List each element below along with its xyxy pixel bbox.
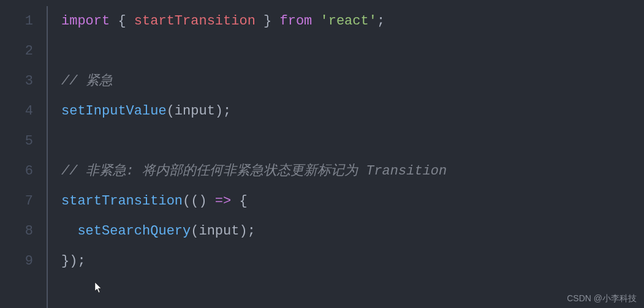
brace: { [110, 13, 134, 29]
semicolon: ; [377, 13, 385, 29]
brace: } [256, 13, 280, 29]
close-brace-paren: }) [61, 254, 77, 269]
line-number: 7 [0, 186, 33, 216]
line-number: 5 [0, 126, 33, 156]
paren: ( [183, 193, 191, 209]
paren: ( [191, 193, 199, 209]
function-call: startTransition [61, 193, 183, 209]
space [312, 13, 320, 29]
function-call: setInputValue [61, 103, 167, 119]
code-area[interactable]: import { startTransition } from 'react';… [48, 6, 644, 308]
code-line: // 紧急 [61, 66, 644, 96]
line-number: 9 [0, 246, 33, 276]
function-call: setSearchQuery [77, 223, 191, 239]
semicolon: ; [248, 223, 256, 239]
string: 'react' [320, 13, 377, 29]
code-line: startTransition(() => { [61, 186, 644, 216]
argument: input [175, 103, 215, 119]
comment: // 紧急 [61, 73, 113, 89]
line-number: 4 [0, 96, 33, 126]
line-number: 1 [0, 6, 33, 36]
paren: ( [191, 223, 199, 239]
paren: ( [167, 103, 175, 119]
line-gutter: 1 2 3 4 5 6 7 8 9 [0, 6, 48, 308]
indent [61, 223, 77, 239]
code-line [61, 36, 644, 66]
line-number: 8 [0, 216, 33, 246]
brace: { [239, 193, 247, 209]
semicolon: ; [77, 254, 85, 269]
semicolon: ; [223, 103, 231, 119]
argument: input [199, 223, 239, 239]
code-line: // 非紧急: 将内部的任何非紧急状态更新标记为 Transition [61, 156, 644, 186]
arrow: => [207, 193, 240, 209]
keyword: import [61, 13, 110, 29]
comment: // 非紧急: 将内部的任何非紧急状态更新标记为 Transition [61, 163, 447, 179]
line-number: 2 [0, 36, 33, 66]
line-number: 3 [0, 66, 33, 96]
code-editor: 1 2 3 4 5 6 7 8 9 import { startTransiti… [0, 0, 644, 308]
paren: ) [239, 223, 247, 239]
code-line: setSearchQuery(input); [61, 216, 644, 246]
code-line: }); [61, 246, 644, 276]
watermark: CSDN @小李科技 [567, 293, 637, 304]
code-line: import { startTransition } from 'react'; [61, 6, 644, 36]
keyword: from [279, 13, 312, 29]
paren: ) [215, 103, 223, 119]
code-line [61, 126, 644, 156]
code-line: setInputValue(input); [61, 96, 644, 126]
identifier: startTransition [134, 13, 256, 29]
line-number: 6 [0, 156, 33, 186]
paren: ) [199, 193, 206, 209]
